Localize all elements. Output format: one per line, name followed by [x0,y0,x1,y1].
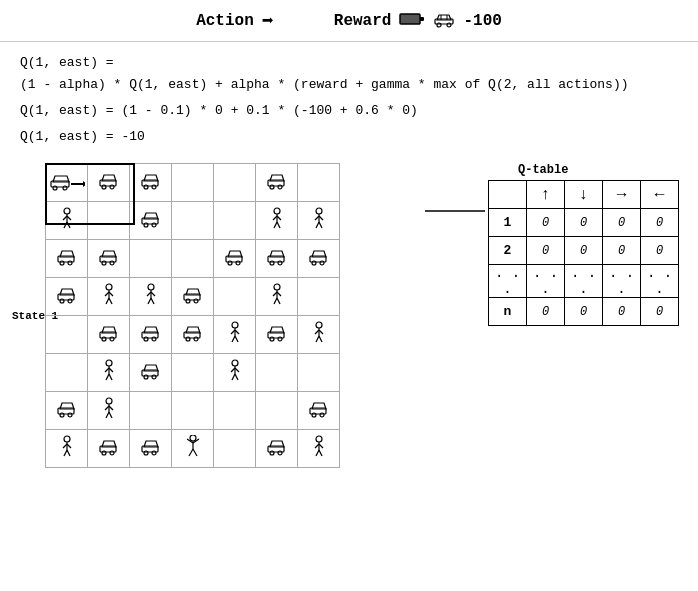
grid-cell [130,354,172,392]
grid-container: State 1 [10,163,478,468]
battery-icon [399,12,425,30]
grid-cell [88,278,130,316]
grid-cell [88,430,130,468]
qtable-label: Q-table [518,163,688,177]
qtable-header-up: ↑ [527,181,565,209]
svg-point-75 [274,284,280,290]
grid-cell [298,164,340,202]
svg-line-78 [277,292,281,296]
grid-cell [130,240,172,278]
qtable-row-label: 2 [489,237,527,265]
formula-line1: Q(1, east) = [20,52,678,74]
svg-line-71 [151,298,154,304]
grid-cell [298,392,340,430]
svg-point-90 [232,322,238,328]
grid-cell [130,430,172,468]
grid-cell [256,278,298,316]
grid-cell [256,202,298,240]
qtable-dots-cell: . . . [565,265,603,298]
svg-line-34 [274,222,277,228]
svg-marker-11 [83,181,85,187]
grid-cell [130,278,172,316]
svg-line-79 [274,298,277,304]
grid-cell [298,202,340,240]
svg-point-30 [274,208,280,214]
qtable-cell: 0 [565,237,603,265]
svg-line-77 [273,292,277,296]
qtable-row-label: n [489,298,527,326]
svg-point-66 [148,284,154,290]
grid-cell [214,316,256,354]
grid-cell [88,202,130,240]
grid-cell [298,430,340,468]
svg-line-109 [106,374,109,380]
reward-section: Reward -100 [334,10,502,32]
formula-line3: Q(1, east) = (1 - 0.1) * 0 + 0.1 * (-100… [20,100,678,122]
svg-point-60 [106,284,112,290]
table-row [46,316,340,354]
grid-cell [256,240,298,278]
qtable-header-row: ↑ ↓ → ← [489,181,679,209]
table-row [46,278,340,316]
svg-line-25 [64,222,67,228]
reward-label: Reward [334,12,392,30]
svg-line-104 [319,336,322,342]
grid-cell [256,354,298,392]
svg-line-117 [235,368,239,372]
svg-line-156 [319,444,323,448]
table-row [46,164,340,202]
svg-line-103 [316,336,319,342]
grid-cell [46,278,88,316]
qtable-dots-cell: . . . [641,265,679,298]
header: Action ➡ Reward -100 [0,0,698,42]
svg-line-40 [316,222,319,228]
grid-cell [46,240,88,278]
grid-cell [214,430,256,468]
grid-cell [46,430,88,468]
qtable: ↑ ↓ → ← 1 0 0 0 0 2 0 0 0 [488,180,679,326]
svg-line-94 [232,336,235,342]
grid-cell [46,316,88,354]
qtable-dots-cell: . . . [603,265,641,298]
qtable-dots-cell: . . . [527,265,565,298]
qtable-header-down: ↓ [565,181,603,209]
qtable-row-label: 1 [489,209,527,237]
grid-cell [88,164,130,202]
grid-cell [88,392,130,430]
grid-cell [172,164,214,202]
formula-line4: Q(1, east) = -10 [20,126,678,148]
svg-point-99 [316,322,322,328]
grid-cell [172,316,214,354]
svg-line-64 [106,298,109,304]
grid-cell [256,316,298,354]
svg-point-105 [106,360,112,366]
grid-cell [214,278,256,316]
grid-cell [298,240,340,278]
svg-line-41 [319,222,322,228]
grid-cell [88,354,130,392]
svg-point-123 [106,398,112,404]
svg-line-33 [277,216,281,220]
svg-rect-0 [400,14,420,24]
grid-cell [130,392,172,430]
grid-cell [130,164,172,202]
qtable-data-row: n 0 0 0 0 [489,298,679,326]
svg-line-118 [232,374,235,380]
grid-cell [172,240,214,278]
svg-line-110 [109,374,112,380]
qtable-cell: 0 [527,209,565,237]
qtable-data-row: 2 0 0 0 0 [489,237,679,265]
qtable-header-right: → [603,181,641,209]
qtable-corner-cell [489,181,527,209]
svg-line-65 [109,298,112,304]
grid-cell [256,164,298,202]
qtable-cell: 0 [527,237,565,265]
grid-cell [256,430,298,468]
svg-rect-1 [420,17,424,21]
grid-cell [88,316,130,354]
svg-point-153 [316,436,322,442]
svg-line-149 [193,449,197,456]
grid-cell [172,202,214,240]
svg-line-95 [235,336,238,342]
grid-cell [46,354,88,392]
